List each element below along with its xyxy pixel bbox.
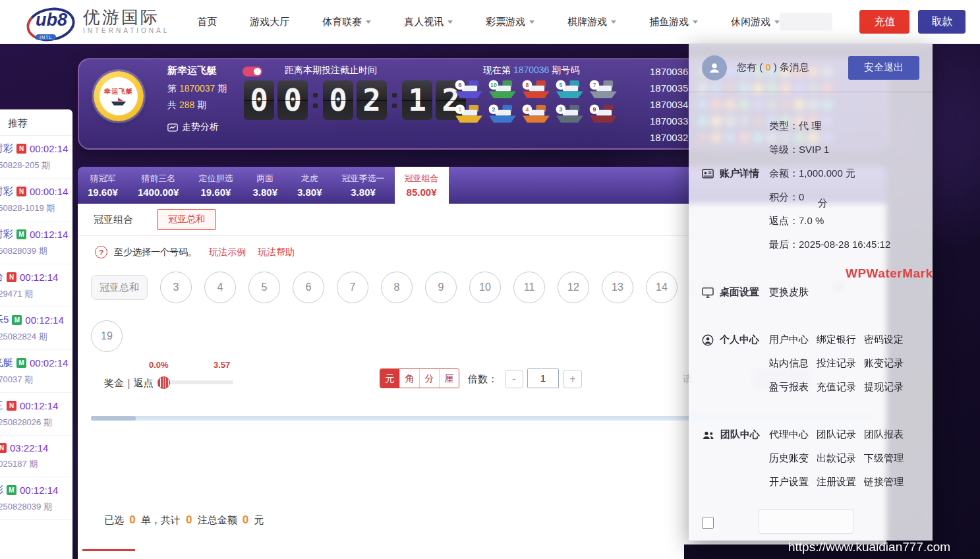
avatar[interactable] <box>702 55 727 80</box>
trend-analysis-link[interactable]: 走势分析 <box>167 121 219 133</box>
bet-tab-定位胆选[interactable]: 定位胆选19.60¥ <box>188 167 243 204</box>
number-ball-13[interactable]: 13 <box>602 272 633 303</box>
multiplier-input[interactable]: 1 <box>527 368 559 388</box>
nav-item-label: 彩票游戏 <box>486 16 525 28</box>
logo-text-block: 优游国际 INTERNATIONAL <box>83 9 169 35</box>
number-ball-10[interactable]: 10 <box>469 272 501 303</box>
personal-link-密码设定[interactable]: 密码设定 <box>864 334 904 346</box>
nav-item-5[interactable]: 棋牌游戏 <box>567 16 616 28</box>
personal-link-用户中心[interactable]: 用户中心 <box>769 334 809 346</box>
rebate-slider[interactable] <box>159 380 233 384</box>
number-ball-14[interactable]: 14 <box>646 272 677 303</box>
bet-tab-猜冠军[interactable]: 猜冠军19.60¥ <box>78 167 128 204</box>
countdown-digit: 0 <box>244 80 274 120</box>
number-ball-6[interactable]: 6 <box>293 272 324 303</box>
panel-checkbox[interactable] <box>702 517 714 529</box>
personal-link-充值记录[interactable]: 充值记录 <box>817 381 856 394</box>
team-link-下级管理[interactable]: 下级管理 <box>864 452 904 465</box>
lottery-list-item[interactable]: N03:22:142025187 期 <box>0 436 72 477</box>
personal-link-盈亏报表[interactable]: 盈亏报表 <box>769 381 809 394</box>
trend-label: 走势分析 <box>182 121 219 133</box>
bet-tab-猜前三名[interactable]: 猜前三名1400.00¥ <box>128 167 189 204</box>
nav-item-0[interactable]: 首页 <box>197 16 217 28</box>
team-link-团队报表[interactable]: 团队报表 <box>864 428 904 441</box>
game-logo-inner: 幸运飞艇 <box>100 77 138 115</box>
number-ball-5[interactable]: 5 <box>248 272 280 303</box>
bet-tab-price: 3.80¥ <box>351 187 376 198</box>
change-skin-link[interactable]: 更换皮肤 <box>769 286 809 299</box>
points-text: 积分：0 <box>769 191 804 204</box>
team-links-row: 开户设置注册设置链接管理 <box>769 476 904 488</box>
bet-tab-冠亚组合[interactable]: 冠亚组合85.00¥ <box>395 167 449 204</box>
number-ball-3[interactable]: 3 <box>160 272 192 303</box>
number-ball-7[interactable]: 7 <box>337 272 368 303</box>
personal-link-账变记录[interactable]: 账变记录 <box>864 357 904 370</box>
personal-link-提现记录[interactable]: 提现记录 <box>864 381 904 394</box>
current-period-number: 1870036 <box>513 65 550 75</box>
covered-panel-button[interactable] <box>759 509 853 534</box>
nav-item-2[interactable]: 体育联赛 <box>322 16 371 28</box>
play-example-link[interactable]: 玩法示例 <box>209 247 246 258</box>
lottery-list-item[interactable]: 乐5M00:12:14025082824 期 <box>0 307 72 350</box>
lottery-list-item[interactable]: 时彩N00:02:14250828-205 期 <box>0 136 72 179</box>
bet-tab-冠亚季选一[interactable]: 冠亚季选一3.80¥ <box>332 167 395 204</box>
nav-item-6[interactable]: 捕鱼游戏 <box>649 16 698 28</box>
lottery-item-top: 时彩N00:02:14 <box>0 142 71 155</box>
site-logo[interactable]: ub8 INTL 优游国际 INTERNATIONAL <box>25 6 169 38</box>
number-ball-19[interactable]: 19 <box>91 320 123 352</box>
unit-厘[interactable]: 厘 <box>439 369 459 388</box>
period-text: 250828-205 期 <box>0 160 71 171</box>
nav-item-3[interactable]: 真人视讯 <box>404 16 453 28</box>
team-link-代理中心[interactable]: 代理中心 <box>769 428 809 441</box>
logout-button[interactable]: 安全退出 <box>848 56 919 80</box>
bet-tab-两面[interactable]: 两面3.80¥ <box>243 167 287 204</box>
number-ball-12[interactable]: 12 <box>558 272 589 303</box>
slider-handle[interactable] <box>158 376 170 389</box>
id-card-icon <box>702 169 714 179</box>
boat-number-10: 10 <box>487 79 519 102</box>
personal-link-投注记录[interactable]: 投注记录 <box>817 357 856 370</box>
message-count-text[interactable]: 您有 ( 0 ) 条消息 <box>737 61 809 74</box>
lottery-name: 时彩 <box>0 185 13 198</box>
unit-角[interactable]: 角 <box>399 369 419 388</box>
nav-item-1[interactable]: 游戏大厅 <box>250 16 289 28</box>
multiplier-plus-button[interactable]: + <box>563 370 582 388</box>
watermark-brand: WPWaterMark <box>846 266 933 281</box>
team-link-链接管理[interactable]: 链接管理 <box>864 476 904 488</box>
number-ball-8[interactable]: 8 <box>381 272 413 303</box>
withdraw-button[interactable]: 取款 <box>918 10 966 34</box>
number-ball-4[interactable]: 4 <box>204 272 236 303</box>
subtab-guanya-zonghe[interactable]: 冠亚总和 <box>157 209 216 230</box>
number-ball-11[interactable]: 11 <box>513 272 545 303</box>
lottery-list-item[interactable]: 飞艇M00:02:14870037 期 <box>0 350 72 393</box>
nav-item-7[interactable]: 休闲游戏 <box>731 16 780 28</box>
lottery-list-item[interactable]: 三N00:12:140250828026 期 <box>0 393 72 436</box>
bet-summary: 已选 0 单，共计 0 注总金额 0 元 <box>104 514 264 527</box>
lottery-list-item[interactable]: 时彩M00:12:14250828039 期 <box>0 221 72 264</box>
unit-元[interactable]: 元 <box>380 369 399 388</box>
multiplier-minus-button[interactable]: - <box>505 370 523 388</box>
sound-toggle[interactable] <box>243 67 262 76</box>
unit-分[interactable]: 分 <box>419 369 439 388</box>
lottery-item-top: 飞艇M00:02:14 <box>0 357 71 369</box>
nav-item-label: 首页 <box>197 16 217 28</box>
team-link-历史账变[interactable]: 历史账变 <box>769 452 809 465</box>
number-ball-9[interactable]: 9 <box>425 272 457 303</box>
team-link-出款记录[interactable]: 出款记录 <box>817 452 856 465</box>
desktop-section-label: 桌面设置 <box>720 286 759 299</box>
personal-link-绑定银行[interactable]: 绑定银行 <box>817 334 856 346</box>
summary-mid1: 单，共计 <box>141 514 181 525</box>
play-help-link[interactable]: 玩法帮助 <box>258 247 295 258</box>
team-link-注册设置[interactable]: 注册设置 <box>817 476 856 488</box>
lottery-name: 台 <box>0 271 3 283</box>
personal-link-站内信息[interactable]: 站内信息 <box>769 357 809 370</box>
scrollbar-thumb[interactable] <box>91 416 136 421</box>
lottery-list-item[interactable]: 彩M00:12:140250828039 期 <box>0 477 72 520</box>
bet-tab-龙虎[interactable]: 龙虎3.80¥ <box>287 167 332 204</box>
lottery-list-item[interactable]: 时彩N00:00:14250828-1019 期 <box>0 179 72 221</box>
team-link-开户设置[interactable]: 开户设置 <box>769 476 809 488</box>
deposit-button[interactable]: 充值 <box>859 10 909 34</box>
lottery-list-item[interactable]: 台N00:12:14829471 期 <box>0 264 72 307</box>
nav-item-4[interactable]: 彩票游戏 <box>486 16 534 28</box>
team-link-团队记录[interactable]: 团队记录 <box>817 428 856 441</box>
